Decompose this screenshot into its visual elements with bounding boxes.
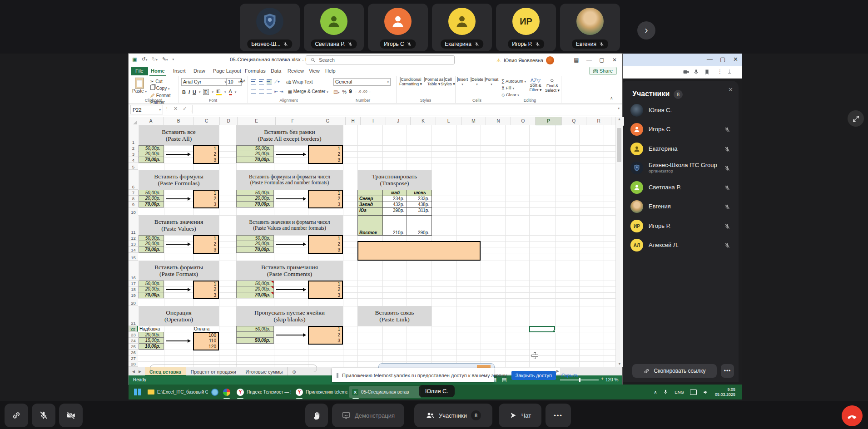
clear-button[interactable]: ◇ Clear ▾ — [501, 92, 526, 99]
row-header-11[interactable]: 11 — [129, 215, 138, 235]
column-header-O[interactable]: O — [511, 117, 536, 125]
cut-button[interactable]: ✂ Cut — [150, 78, 179, 85]
column-header-G[interactable]: G — [310, 117, 346, 125]
bold-button[interactable]: B — [182, 89, 186, 95]
column-header-J[interactable]: J — [386, 117, 411, 125]
source-cells[interactable]: 50,00р.20,00р.70,00р. — [236, 190, 274, 207]
participant-row[interactable]: Юлия С. — [621, 102, 739, 121]
row-header-19[interactable]: 19 — [129, 292, 138, 298]
raise-hand-button[interactable] — [305, 404, 328, 427]
tile-igor-s[interactable]: Игорь С — [368, 4, 428, 51]
participant-row[interactable]: Екатерина — [621, 140, 739, 159]
hide-notification-button[interactable]: Скрыть — [561, 373, 579, 378]
row-header-8[interactable]: 8 — [129, 196, 138, 202]
chat-button[interactable]: Чат — [499, 404, 541, 427]
bookmark-icon[interactable] — [704, 69, 710, 75]
excel-taskbar-item[interactable]: X 05-Специальная встав — [352, 385, 415, 399]
column-header-Q[interactable]: Q — [562, 117, 586, 125]
column-header-F[interactable]: F — [276, 117, 310, 125]
section-header[interactable]: Вставить формулы(Paste Formulas) — [139, 170, 219, 190]
tab-view[interactable]: View — [308, 67, 321, 75]
cell-styles-button[interactable]: Cell Styles ▾ — [441, 77, 455, 86]
section-header[interactable]: Вставить значения(Paste Values) — [139, 215, 219, 235]
browser-menu-icon[interactable]: ⋮ — [717, 69, 723, 75]
decimal-icons[interactable]: ←.0 .00→ — [355, 89, 371, 94]
row-header-24[interactable]: 24 — [129, 338, 138, 344]
cell-label[interactable]: Надбавка — [139, 326, 160, 332]
share-button[interactable]: 🖄 Share — [589, 67, 617, 75]
align-right-icon[interactable] — [267, 89, 272, 94]
row-header-26[interactable]: 26 — [129, 350, 138, 355]
tab-file[interactable]: File — [131, 67, 148, 75]
row-header-9[interactable]: 9 — [129, 202, 138, 207]
row-header-13[interactable]: 13 — [129, 241, 138, 247]
row-header-15[interactable]: 15 — [129, 253, 138, 261]
column-header-H[interactable]: H — [346, 117, 361, 125]
excel-minimize-button[interactable]: — — [583, 54, 595, 66]
section-header[interactable]: Вставить без рамки(Paste All except bord… — [236, 125, 343, 145]
camera-permission-icon[interactable] — [683, 69, 689, 75]
row-header-17[interactable]: 17 — [129, 281, 138, 286]
row-header-2[interactable]: 2 — [129, 145, 138, 151]
source-cells[interactable]: 50,00р.20,00р.70,00р. — [139, 145, 164, 163]
indent-icons[interactable]: ⇤ ⇥ — [274, 89, 283, 94]
formula-input[interactable] — [192, 105, 611, 113]
share-screen-button[interactable]: Демонстрация — [332, 404, 404, 427]
autosum-button[interactable]: ∑ AutoSum ▾ — [501, 78, 526, 85]
panel-more-button[interactable]: ••• — [721, 364, 734, 378]
italic-button[interactable]: I — [188, 89, 190, 95]
row-header-5[interactable]: 5 — [129, 163, 138, 170]
participant-row[interactable]: ИР Игорь Р. — [621, 217, 739, 237]
more-controls-button[interactable]: ••• — [546, 404, 571, 427]
tray-mic-icon[interactable] — [663, 389, 669, 395]
row-header-6[interactable]: 6 — [129, 170, 138, 190]
taskbar-folder-item[interactable]: E:\Excel_ITC_базовый О- — [148, 385, 208, 399]
column-header-R[interactable]: R — [586, 117, 611, 125]
wrap-text-button[interactable]: ab̲ Wrap Text — [286, 79, 313, 84]
source-cells-with-comments[interactable]: 50,00р.20,00р.70,00р. — [236, 281, 274, 298]
row-header-23[interactable]: 23 — [129, 332, 138, 338]
delete-cells-button[interactable]: Delete▾ — [470, 77, 484, 87]
row-header-7[interactable]: 7 — [129, 190, 138, 196]
font-size-select[interactable]: 10▾ — [226, 78, 242, 86]
column-header-I[interactable]: I — [361, 117, 386, 125]
hidden-icons-chevron[interactable]: ∧ — [654, 390, 657, 394]
participant-row[interactable]: АЛ Алексей Л. — [621, 237, 739, 256]
column-header-B[interactable]: B — [164, 117, 193, 125]
leave-call-button[interactable] — [842, 405, 863, 426]
grow-font-button[interactable]: A˄ — [240, 79, 246, 84]
tab-formulas[interactable]: Formulas — [243, 67, 267, 75]
zoom-slider-handle[interactable] — [579, 378, 580, 382]
browser-restore-button[interactable]: ▢ — [720, 56, 725, 63]
paste-button[interactable]: Paste ▾ — [132, 78, 147, 94]
underline-button[interactable]: U — [193, 89, 196, 95]
accounting-format-icon[interactable]: ▤▾ — [333, 89, 339, 94]
tile-ekaterina[interactable]: Екатерина — [432, 4, 492, 51]
section-header[interactable]: Вставить все(Paste All) — [139, 125, 219, 145]
tab-page-layout[interactable]: Page Layout — [212, 67, 243, 75]
comma-icon[interactable]: 𝟗 — [349, 89, 352, 94]
result-cells[interactable]: 123 — [308, 326, 343, 345]
zoom-slider[interactable] — [560, 380, 599, 380]
align-middle-icon[interactable] — [259, 79, 264, 84]
tab-help[interactable]: Help — [324, 67, 337, 75]
section-header[interactable]: Операция(Operation) — [139, 306, 219, 326]
source-cells[interactable]: 50,00р.20,00р.70,00р. — [139, 281, 164, 298]
conditional-formatting-button[interactable]: Conditional Formatting ▾ — [398, 77, 423, 86]
source-cells[interactable]: 50,00р.20,00р.70,00р. — [236, 145, 274, 163]
participant-row[interactable]: Игорь С — [621, 121, 739, 140]
empty-paste-target-box[interactable] — [357, 241, 481, 261]
participant-row[interactable]: Светлана Р. — [621, 179, 739, 198]
borders-button[interactable]: ⊞ — [203, 89, 209, 95]
browser-close-button[interactable]: ✕ — [733, 56, 738, 63]
sort-filter-button[interactable]: A͟Z▽Sort & Filter ▾ — [527, 78, 544, 92]
qat-customize-icon[interactable]: ▾ — [173, 58, 174, 61]
collapse-ribbon-icon[interactable]: ∧ — [610, 96, 613, 100]
ink-icon[interactable]: ✎▾ — [162, 56, 168, 62]
fill-button[interactable]: ⊻ Fill ▾ — [501, 85, 526, 92]
format-cells-button[interactable]: Format▾ — [484, 77, 499, 87]
clock[interactable]: 9:0505.03.2025 — [715, 387, 735, 397]
column-header-D[interactable]: D — [220, 117, 238, 125]
selected-cell-P22[interactable] — [529, 326, 555, 332]
row-header-4[interactable]: 4 — [129, 157, 138, 163]
